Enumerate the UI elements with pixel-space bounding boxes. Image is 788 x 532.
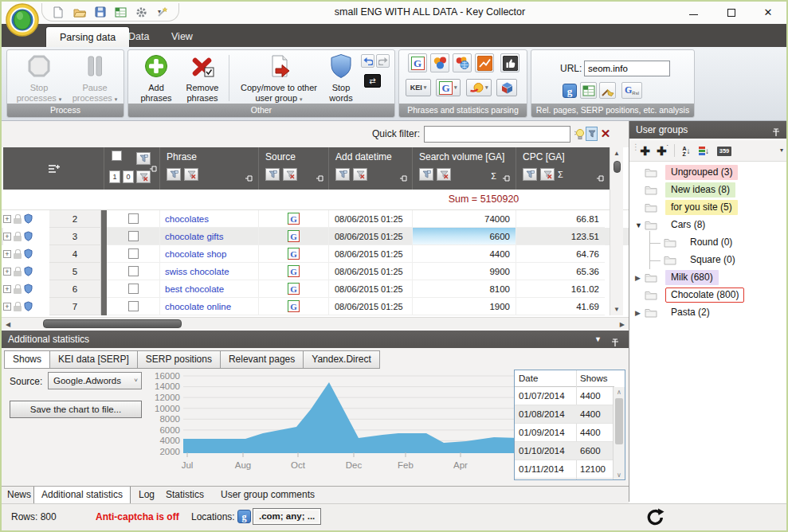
- stop-words-button[interactable]: Stop words: [323, 53, 359, 104]
- volume-cell[interactable]: 4400: [412, 245, 516, 263]
- user-groups-header[interactable]: User groups: [629, 121, 788, 139]
- scroll-left-icon[interactable]: ◀: [6, 321, 10, 328]
- list-item[interactable]: 01/12/201414800: [515, 479, 614, 480]
- refresh-icon[interactable]: [645, 508, 665, 530]
- export-table-icon[interactable]: [114, 6, 127, 19]
- filter-edit-button[interactable]: [419, 168, 433, 181]
- stop-processes-button[interactable]: Stop processes ▾: [14, 53, 65, 104]
- column-header-source[interactable]: Source: [258, 147, 328, 190]
- column-header-select[interactable]: 1 0: [104, 147, 159, 190]
- tree-item-round[interactable]: Round (0): [629, 234, 788, 252]
- list-item[interactable]: 01/10/20146600: [515, 442, 614, 460]
- phrase-cell[interactable]: chocolates: [159, 210, 258, 228]
- volume-cell[interactable]: 9900: [412, 263, 516, 280]
- horizontal-scrollbar[interactable]: ◀ ▶: [2, 317, 629, 330]
- cpc-cell[interactable]: 64.76: [516, 245, 605, 263]
- column-header-datetime[interactable]: Add datetime: [328, 147, 412, 190]
- tab-data[interactable]: Data: [115, 26, 163, 47]
- filter-clear-button[interactable]: [540, 168, 555, 181]
- tree-item-pasta[interactable]: ▶ Pasta (2): [629, 304, 788, 322]
- row-checkbox[interactable]: [128, 213, 139, 224]
- phrase-cell[interactable]: swiss chocolate: [159, 263, 258, 280]
- table-row[interactable]: + 7 chocolate online G 08/06/2015 01:25 …: [2, 298, 629, 315]
- row-checkbox[interactable]: [128, 301, 139, 311]
- expand-row-icon[interactable]: +: [3, 285, 11, 293]
- column-header-volume[interactable]: Search volume [GA] Σ: [412, 147, 516, 190]
- tab-serp-positions[interactable]: SERP positions: [137, 350, 221, 369]
- scroll-down-icon[interactable]: ▼: [614, 306, 620, 313]
- filter-edit-button[interactable]: [523, 168, 537, 181]
- scroll-down-icon[interactable]: ∨: [617, 471, 621, 479]
- new-document-icon[interactable]: [52, 6, 65, 19]
- tab-news[interactable]: News: [5, 487, 33, 504]
- row-checkbox[interactable]: [128, 284, 139, 294]
- date-column-header[interactable]: Date: [519, 370, 538, 386]
- filter-clear-button[interactable]: [437, 168, 451, 181]
- qat-overflow-icon[interactable]: ▾: [158, 8, 161, 15]
- select-zeros-button[interactable]: 0: [123, 170, 134, 183]
- expand-row-icon[interactable]: +: [3, 250, 11, 258]
- tree-item-ungrouped[interactable]: Ungrouped (3): [629, 164, 788, 182]
- redo-button[interactable]: [376, 54, 390, 68]
- scroll-up-icon[interactable]: ▲: [614, 150, 620, 157]
- volume-cell-selected[interactable]: 6600: [412, 228, 516, 245]
- cpc-cell[interactable]: 123.51: [516, 228, 605, 245]
- shows-column-header[interactable]: Shows: [580, 370, 608, 386]
- list-item[interactable]: 01/07/20144400: [515, 387, 614, 405]
- lock-icon[interactable]: [14, 253, 22, 259]
- copy-move-button[interactable]: Copy/move to other user group ▾: [232, 53, 326, 104]
- pause-processes-button[interactable]: Pause processes ▾: [69, 53, 120, 104]
- pin-column-icon[interactable]: [503, 171, 511, 186]
- row-checkbox[interactable]: [128, 231, 139, 241]
- lock-icon[interactable]: [14, 271, 22, 276]
- lock-icon[interactable]: [14, 306, 22, 311]
- table-row[interactable]: + 6 best chocolate G 08/06/2015 01:25 81…: [2, 280, 629, 298]
- apply-filter-funnel-icon[interactable]: [586, 127, 598, 141]
- trend-chart-button[interactable]: [475, 53, 494, 72]
- pin-column-icon[interactable]: [245, 171, 253, 186]
- horizontal-scroll-thumb[interactable]: [43, 319, 182, 328]
- row-checkbox[interactable]: [128, 266, 139, 276]
- tree-item-for-you-site[interactable]: for you site (5): [629, 199, 788, 217]
- swap-columns-button[interactable]: ⇄: [364, 74, 381, 88]
- clear-filter-x-icon[interactable]: ✕: [599, 127, 612, 141]
- add-group-button[interactable]: ✚: [637, 143, 653, 158]
- lock-icon[interactable]: [14, 218, 22, 224]
- expand-row-icon[interactable]: +: [3, 303, 11, 311]
- expand-arrow-icon[interactable]: ▶: [635, 274, 641, 282]
- sum-sigma-icon[interactable]: Σ: [558, 170, 563, 179]
- datetime-cell[interactable]: 08/06/2015 01:25: [328, 280, 412, 298]
- cpc-cell[interactable]: 66.81: [516, 210, 605, 228]
- app-logo[interactable]: [6, 3, 39, 37]
- pin-column-icon[interactable]: [150, 162, 158, 176]
- expand-row-icon[interactable]: +: [3, 215, 11, 223]
- thumb-up-button[interactable]: [500, 53, 519, 72]
- remove-phrases-button[interactable]: Remove phrases: [179, 53, 225, 104]
- tree-item-new-ideas[interactable]: New ideas (8): [629, 182, 788, 199]
- comet-button[interactable]: ▾: [466, 79, 492, 96]
- filter-clear-button[interactable]: [184, 168, 198, 181]
- shield-icon[interactable]: [24, 213, 33, 224]
- save-icon[interactable]: [93, 6, 107, 19]
- lock-icon[interactable]: [14, 236, 22, 241]
- locations-button[interactable]: .com; any; ...: [253, 508, 321, 525]
- tree-item-cars[interactable]: ▼ Cars (8): [629, 217, 788, 234]
- tab-kei-data[interactable]: KEI data [SERP]: [49, 350, 138, 369]
- anticaptcha-status[interactable]: Anti-captcha is off: [96, 511, 179, 522]
- expand-row-icon[interactable]: +: [3, 268, 11, 276]
- tab-relevant-pages[interactable]: Relevant pages: [220, 350, 304, 369]
- tab-user-group-comments[interactable]: User group comments: [212, 487, 323, 504]
- filter-clear-button[interactable]: [136, 170, 151, 183]
- lock-icon[interactable]: [14, 288, 22, 294]
- filter-edit-button[interactable]: [167, 168, 181, 181]
- phrase-cell[interactable]: chocolate shop: [159, 245, 258, 263]
- table-row[interactable]: + 4 chocolate shop G 08/06/2015 01:25 44…: [2, 245, 629, 263]
- google-rsl-button[interactable]: GRsl: [621, 82, 642, 99]
- tab-yandex-direct[interactable]: Yandex.Direct: [303, 350, 379, 369]
- balloons-button[interactable]: [430, 53, 449, 72]
- row-checkbox[interactable]: [128, 248, 139, 259]
- collapse-arrow-icon[interactable]: ▼: [635, 221, 642, 229]
- list-item[interactable]: 01/11/201412100: [515, 460, 614, 479]
- shield-icon[interactable]: [24, 284, 33, 294]
- pin-panel-icon[interactable]: [611, 335, 619, 353]
